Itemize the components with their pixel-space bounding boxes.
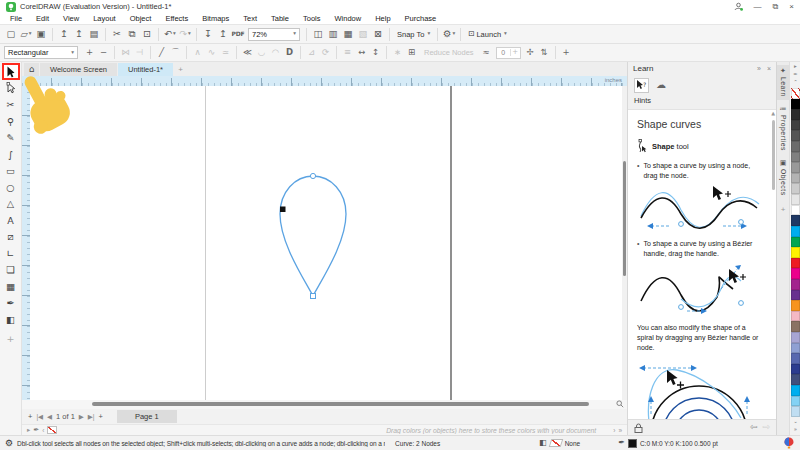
minimize-icon[interactable]: — xyxy=(754,2,762,11)
paste-icon[interactable]: ⊡ xyxy=(140,27,154,42)
color-swatch-5[interactable] xyxy=(791,141,800,152)
previous-page-button[interactable]: ◀ xyxy=(47,413,52,421)
show-guidelines-icon[interactable]: ▧ xyxy=(356,27,370,42)
undo-icon[interactable]: ↶▾ xyxy=(163,27,177,42)
palette-scroll-right[interactable]: › xyxy=(613,427,615,434)
color-swatch-1[interactable] xyxy=(791,99,800,110)
restore-icon[interactable]: ⧉ xyxy=(773,3,779,11)
docker-close-icon[interactable]: × xyxy=(767,65,771,72)
docker-tab-properties[interactable]: ≔Properties xyxy=(777,103,789,154)
launch-caret-icon[interactable]: ▾ xyxy=(504,31,507,37)
account-icon[interactable] xyxy=(734,2,743,11)
palette-flyout-button[interactable]: ▸ xyxy=(27,426,30,434)
add-page-button[interactable]: + xyxy=(28,412,32,421)
add-node-icon[interactable]: + xyxy=(83,46,96,60)
launch-dropdown[interactable]: ⊡Launch▾ xyxy=(465,30,510,39)
menu-help[interactable]: Help xyxy=(368,14,397,23)
palette-scroll-up-icon[interactable]: ⌃ xyxy=(793,79,798,87)
tab-untitled-1[interactable]: Untitled-1* xyxy=(118,63,173,76)
palette-scroll-left[interactable]: ‹ xyxy=(42,427,44,434)
menu-purchase[interactable]: Purchase xyxy=(398,14,444,23)
horizontal-scrollbar[interactable] xyxy=(22,400,627,409)
horizontal-scrollbar-thumb[interactable] xyxy=(92,402,589,406)
copy-icon[interactable]: ⧉ xyxy=(125,27,139,42)
color-swatch-4[interactable] xyxy=(791,130,800,141)
explore-tab-icon[interactable]: ☁ xyxy=(656,80,666,90)
curve-smoothness-icon[interactable]: ✢ xyxy=(524,46,537,60)
color-swatch-none[interactable] xyxy=(791,88,800,99)
color-swatch-6[interactable] xyxy=(791,152,800,163)
redo-icon[interactable]: ↷▾ xyxy=(178,27,192,42)
palette-eyedropper-icon[interactable]: ✒ xyxy=(33,427,39,434)
hint-forward-icon[interactable]: ⇨ xyxy=(762,423,770,432)
pick-tool[interactable] xyxy=(2,63,20,80)
import-icon[interactable]: ↧ xyxy=(201,27,215,42)
palette-expand-icon[interactable]: » xyxy=(794,426,797,434)
palette-scroll-down-icon[interactable]: ⌄ xyxy=(793,418,798,426)
color-swatch-15[interactable] xyxy=(791,247,800,258)
color-swatch-22[interactable] xyxy=(791,321,800,332)
color-swatch-20[interactable] xyxy=(791,300,800,311)
menu-layout[interactable]: Layout xyxy=(86,14,123,23)
menu-object[interactable]: Object xyxy=(123,14,159,23)
color-swatch-10[interactable] xyxy=(791,194,800,205)
close-curve-icon[interactable]: ◡ xyxy=(255,46,268,60)
show-grid-icon[interactable]: ▦ xyxy=(341,27,355,42)
menu-table[interactable]: Table xyxy=(264,14,296,23)
select-all-nodes-icon[interactable]: ⊞ xyxy=(405,46,418,60)
color-swatch-26[interactable] xyxy=(791,364,800,375)
convert-to-curve-icon[interactable]: ⌒ xyxy=(169,46,182,60)
publish-to-pdf-icon[interactable]: PDF xyxy=(231,27,245,42)
drop-shadow-tool[interactable]: ❏ xyxy=(2,262,20,279)
smooth-node-icon[interactable]: ∿ xyxy=(205,46,218,60)
home-tab[interactable]: ⌂ xyxy=(24,63,39,76)
show-rulers-icon[interactable]: ▥ xyxy=(326,27,340,42)
content-scrollbar-thumb[interactable] xyxy=(772,120,775,190)
menu-tools[interactable]: Tools xyxy=(296,14,328,23)
close-icon[interactable]: × xyxy=(789,2,794,11)
color-swatch-3[interactable] xyxy=(791,120,800,131)
color-swatch-11[interactable] xyxy=(791,205,800,216)
docker-collapse-icon[interactable]: » xyxy=(757,65,761,72)
undo-icon-caret[interactable]: ▾ xyxy=(173,31,176,37)
rotate-nodes-icon[interactable]: ⟳ xyxy=(319,46,332,60)
teardrop-curve-object[interactable] xyxy=(30,86,622,400)
extract-subpath-icon[interactable]: ◠ xyxy=(269,46,282,60)
symmetrical-node-icon[interactable]: ≃ xyxy=(219,46,232,60)
hint-back-icon[interactable]: ⇦ xyxy=(750,423,758,432)
align-nodes-icon[interactable]: ≡ xyxy=(341,46,354,60)
customize-property-bar-icon[interactable]: + xyxy=(560,46,573,60)
add-page-button-2[interactable]: + xyxy=(99,412,103,421)
menu-text[interactable]: Text xyxy=(236,14,264,23)
color-swatch-30[interactable] xyxy=(791,406,800,417)
rectangle-tool[interactable]: ▭ xyxy=(2,163,20,180)
palette-eyedropper-icon[interactable]: ✒ xyxy=(793,71,798,79)
color-swatch-14[interactable] xyxy=(791,237,800,248)
extend-curve-to-close-icon[interactable]: D xyxy=(283,46,296,60)
open-from-cloud-icon[interactable]: ↥ xyxy=(57,27,71,42)
status-gear-icon[interactable]: ⚙ xyxy=(5,439,13,448)
menu-file[interactable]: File xyxy=(3,14,29,23)
polygon-tool[interactable]: △ xyxy=(2,196,20,213)
add-tools-button[interactable]: + xyxy=(2,331,20,348)
palette-more-button[interactable]: » xyxy=(618,427,622,434)
page-tab[interactable]: Page 1 xyxy=(117,410,177,423)
document-palette-none-swatch[interactable] xyxy=(47,426,57,434)
palette-flyout-icon[interactable]: ▸ xyxy=(794,63,797,71)
selection-mode-combo[interactable]: Rectangular▾ xyxy=(4,46,78,59)
freehand-tool[interactable]: ✎ xyxy=(2,130,20,147)
color-swatch-18[interactable] xyxy=(791,279,800,290)
color-swatch-12[interactable] xyxy=(791,215,800,226)
print-icon[interactable]: ▤ xyxy=(87,27,101,42)
menu-edit[interactable]: Edit xyxy=(29,14,56,23)
open-icon[interactable]: ▱▾ xyxy=(19,27,33,42)
color-swatch-21[interactable] xyxy=(791,311,800,322)
open-icon-caret[interactable]: ▾ xyxy=(29,31,32,37)
snap-to-dropdown[interactable]: Snap To▾ xyxy=(394,30,433,39)
convert-to-line-icon[interactable]: ╱ xyxy=(155,46,168,60)
delete-node-icon[interactable]: − xyxy=(97,46,110,60)
crop-tool[interactable]: ✂ xyxy=(2,97,20,114)
next-page-button[interactable]: ▶ xyxy=(79,413,84,421)
text-tool[interactable]: A xyxy=(2,212,20,229)
docker-tab-objects[interactable]: ▣Objects xyxy=(777,157,789,199)
